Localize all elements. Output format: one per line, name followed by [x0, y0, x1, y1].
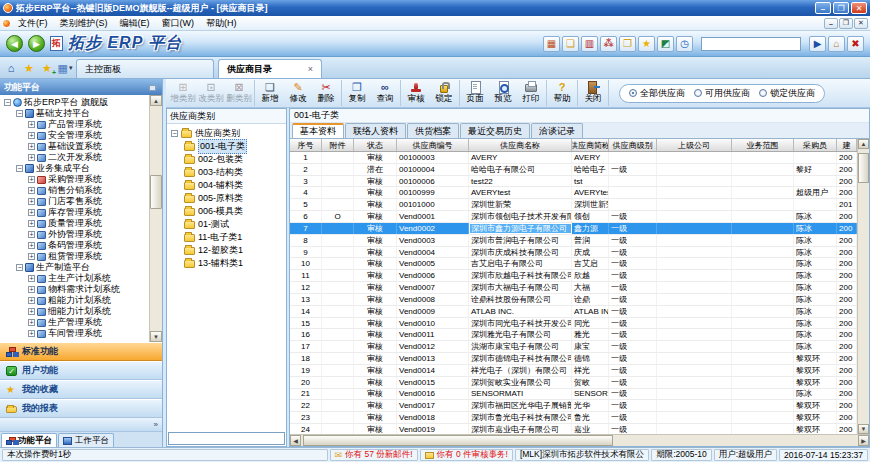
detail-tab[interactable]: 最近交易历史 [460, 123, 530, 138]
go-button[interactable]: ▶ [809, 36, 826, 52]
table-row[interactable]: 5审核00101000深圳世新荣深圳世新荣201 [290, 199, 857, 211]
column-header[interactable]: 序号 [290, 139, 322, 151]
column-header[interactable]: 供应商简称 [572, 139, 609, 151]
scroll-up-icon[interactable]: ▲ [858, 139, 869, 149]
dropdown-arrow-icon[interactable]: ▾ [69, 64, 73, 72]
table-row[interactable]: 11审核Vend0006深圳市欣越电子科技有限公司欣越一级陈冰200 [290, 270, 857, 282]
table-row[interactable]: 13审核Vend0008诠鼎科技股份有限公司诠鼎一级陈冰200 [290, 294, 857, 306]
menu-item[interactable]: 帮助(H) [200, 16, 243, 31]
close-button[interactable]: ✕ [851, 2, 867, 14]
orgchart-icon[interactable]: ⁂ [600, 36, 617, 52]
table-row[interactable]: 16审核Vend0011深圳雅光电子有限公司雅光一级陈冰200 [290, 329, 857, 341]
radio-option[interactable]: 锁定供应商 [759, 87, 815, 100]
tree-item[interactable]: +车间管理系统 [1, 328, 148, 339]
expand-icon[interactable]: − [16, 110, 23, 117]
accordion-item[interactable]: 用户功能 [0, 361, 162, 380]
expand-icon[interactable]: + [28, 275, 35, 282]
table-row[interactable]: 20审核Vend0015深圳贺畋实业有限公司贺畋一级黎双环200 [290, 377, 857, 389]
expand-icon[interactable]: + [28, 176, 35, 183]
category-item[interactable]: 003-结构类 [169, 166, 286, 179]
back-button[interactable]: ◀ [6, 35, 23, 52]
home-icon[interactable]: ⌂ [3, 60, 19, 76]
toolbar-button-审核[interactable]: 审核 [402, 80, 430, 107]
radio-option[interactable]: 全部供应商 [629, 87, 685, 100]
expand-icon[interactable]: + [28, 187, 35, 194]
pin-icon[interactable] [149, 83, 158, 92]
scroll-right-icon[interactable]: ▶ [858, 435, 869, 446]
expand-icon[interactable]: + [28, 220, 35, 227]
folder-icon[interactable]: ❏ [562, 36, 579, 52]
refresh-icon[interactable]: ◩ [657, 36, 674, 52]
toolbar-button-复制[interactable]: ❐复制 [343, 80, 371, 107]
toolbar-button-修改[interactable]: ✎修改 [284, 80, 312, 107]
toolbar-button-页面[interactable]: 页面 [461, 80, 489, 107]
toolbar-button-删类别[interactable]: ⊠删类别 [225, 80, 253, 107]
toolbar-button-关闭[interactable]: 关闭 [579, 80, 607, 107]
category-item[interactable]: 01-测试 [169, 218, 286, 231]
sidebar-bottom-tab[interactable]: 功能平台 [1, 433, 57, 447]
toolbar-button-预览[interactable]: 预览 [489, 80, 517, 107]
document-tab[interactable]: 主控面板 [76, 59, 214, 78]
expand-icon[interactable]: − [16, 165, 23, 172]
audit-notification[interactable]: 你有 0 件审核事务! [420, 449, 513, 461]
category-filter-input[interactable] [168, 432, 285, 445]
table-row[interactable]: 1审核00100003AVERYAVERY200 [290, 152, 857, 164]
table-row[interactable]: 15审核Vend0010深圳市同光电子科技开发公司同光一级陈冰200 [290, 318, 857, 330]
expand-icon[interactable]: + [28, 132, 35, 139]
table-row[interactable]: 23审核Vend0018深圳市鲁光电子科技有限公司沙井分部鲁光一级黎双环200 [290, 412, 857, 424]
detail-tab[interactable]: 基本资料 [292, 123, 344, 138]
column-header[interactable]: 供应商名称 [469, 139, 572, 151]
expand-icon[interactable]: + [28, 330, 35, 337]
menu-item[interactable]: 窗口(W) [156, 16, 201, 31]
quick-search-input[interactable] [701, 37, 801, 51]
detail-tab[interactable]: 供货档案 [407, 123, 459, 138]
close-tab-icon[interactable]: × [308, 64, 313, 74]
scrollbar-thumb[interactable] [303, 435, 613, 446]
table-row[interactable]: 18审核Vend0013深圳市德锦电子科技有限公司德锦一级黎双环200 [290, 353, 857, 365]
scroll-left-icon[interactable]: ◀ [290, 435, 301, 446]
forward-button[interactable]: ▶ [28, 35, 45, 52]
column-header[interactable]: 上级公司 [657, 139, 732, 151]
scroll-down-icon[interactable]: ▼ [858, 424, 869, 434]
expand-icon[interactable]: − [4, 99, 11, 106]
mdi-minimize-button[interactable]: – [824, 18, 838, 29]
restore-button[interactable]: ❐ [833, 2, 849, 14]
sidebar-scrollbar[interactable]: ▲ ▼ [149, 95, 162, 342]
toolbar-button-打印[interactable]: 打印 [517, 80, 545, 107]
table-row[interactable]: 6O审核Vend0001深圳市领创电子技术开发有限公司领创一级陈冰200 [290, 211, 857, 223]
table-row[interactable]: 24审核Vend0019深圳市嘉业电子有限公司嘉业一级黎双环200 [290, 424, 857, 434]
mail-notification[interactable]: ✉你有 57 份新邮件! [330, 449, 418, 461]
toolbar-button-新增[interactable]: ❏新增 [256, 80, 284, 107]
toolbar-button-锁定[interactable]: 锁定 [430, 80, 458, 107]
table-row[interactable]: 9审核Vend0004深圳市庆成科技有限公司庆成一级陈冰200 [290, 247, 857, 259]
scroll-down-icon[interactable]: ▼ [150, 331, 162, 342]
column-header[interactable]: 状态 [354, 139, 397, 151]
expand-icon[interactable]: + [28, 253, 35, 260]
table-row[interactable]: 8审核Vend0003深圳市普润电子有限公司普润一级陈冰200 [290, 235, 857, 247]
menu-item[interactable]: 类别维护(S) [54, 16, 114, 31]
expand-icon[interactable]: + [28, 286, 35, 293]
category-item[interactable]: 005-原料类 [169, 192, 286, 205]
address-book-icon[interactable]: ▥ [581, 36, 598, 52]
category-item[interactable]: 004-辅料类 [169, 179, 286, 192]
column-header[interactable]: 业务范围 [732, 139, 794, 151]
category-item[interactable]: 006-模具类 [169, 205, 286, 218]
toolbar-button-帮助[interactable]: ?帮助 [548, 80, 576, 107]
table-row[interactable]: 2潜在00100004哈哈电子有限公司哈哈电子一级黎好200 [290, 164, 857, 176]
table-row[interactable]: 4审核00100999AVERYtestAVERYtest超级用户200 [290, 187, 857, 199]
expand-icon[interactable]: + [28, 242, 35, 249]
radio-option[interactable]: 可用供应商 [694, 87, 750, 100]
accordion-item[interactable]: 标准功能 [0, 342, 162, 361]
accordion-overflow[interactable]: » [0, 418, 162, 432]
expand-icon[interactable]: + [28, 121, 35, 128]
scrollbar-thumb[interactable] [858, 153, 869, 183]
table-row[interactable]: 10审核Vend0005吉艾启电子有限公司吉艾启一级陈冰200 [290, 258, 857, 270]
document-tab[interactable]: 供应商目录× [218, 59, 322, 78]
category-item[interactable]: 11-电子类1 [169, 231, 286, 244]
folder-add-icon[interactable]: ❐ [619, 36, 636, 52]
expand-icon[interactable]: + [28, 209, 35, 216]
column-header[interactable]: 采购员 [794, 139, 837, 151]
scroll-up-icon[interactable]: ▲ [150, 95, 162, 106]
detail-tab[interactable]: 联络人资料 [345, 123, 406, 138]
add-favorite-icon[interactable]: ★+ [39, 60, 55, 76]
